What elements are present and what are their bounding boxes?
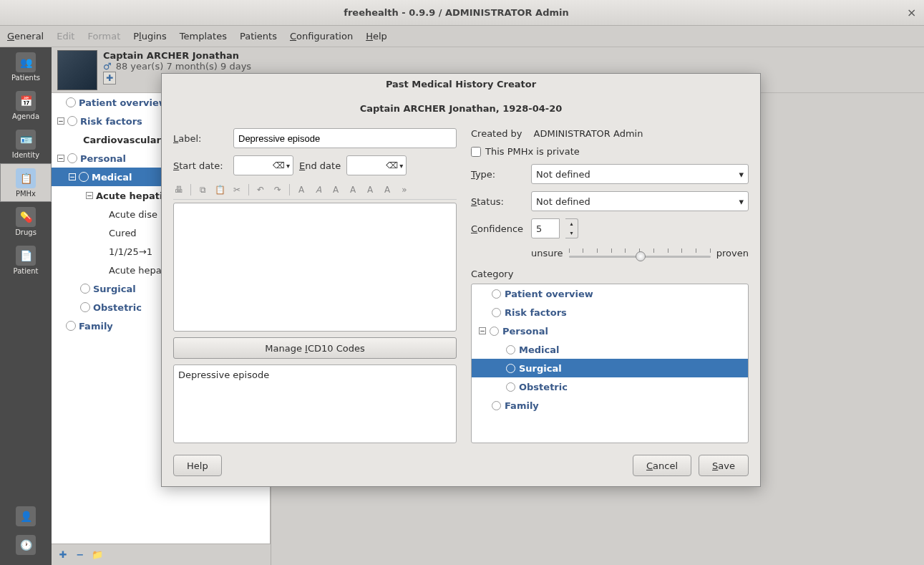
- print-icon[interactable]: 🖶: [173, 184, 185, 195]
- collapse-icon[interactable]: −: [479, 327, 486, 334]
- personal-icon: [67, 153, 77, 163]
- rail-drugs[interactable]: 💊Drugs: [0, 202, 52, 241]
- medical-icon: [79, 172, 89, 182]
- rail-agenda[interactable]: 📅Agenda: [0, 86, 52, 125]
- rail-patient[interactable]: 📄Patient: [0, 241, 52, 279]
- clock-icon: 🕐: [16, 535, 36, 555]
- clear-icon[interactable]: ⌫: [273, 160, 285, 170]
- font-color-icon[interactable]: A: [364, 184, 376, 195]
- label-input[interactable]: [233, 128, 457, 148]
- paste-icon[interactable]: 📋: [214, 184, 225, 195]
- end-date-label: End date: [299, 160, 341, 171]
- remove-icon[interactable]: −: [74, 549, 86, 561]
- confidence-slider[interactable]: [569, 246, 711, 260]
- overview-icon: [492, 289, 501, 299]
- drugs-icon: 💊: [16, 207, 36, 227]
- menu-help[interactable]: Help: [366, 31, 387, 42]
- cat-obstetric[interactable]: Obstetric: [472, 377, 748, 396]
- patients-icon: 👥: [16, 52, 36, 72]
- patient-name: Captain ARCHER Jonathan: [103, 50, 251, 61]
- type-select[interactable]: Not defined▾: [531, 164, 749, 184]
- start-date-label: Start date:: [173, 160, 228, 171]
- cat-risk[interactable]: Risk factors: [472, 303, 748, 322]
- cat-overview[interactable]: Patient overview: [472, 284, 748, 303]
- confidence-input[interactable]: 5: [531, 218, 560, 238]
- private-checkbox[interactable]: [471, 147, 481, 157]
- private-label: This PMHx is private: [485, 146, 580, 157]
- save-button[interactable]: Save: [699, 455, 749, 476]
- type-label: Type:: [471, 169, 525, 180]
- avatar: [57, 50, 97, 90]
- font-bigger-icon[interactable]: A: [330, 184, 341, 195]
- dialog-title: Past Medical History Creator: [162, 74, 760, 94]
- menu-edit: Edit: [57, 31, 74, 42]
- obstetric-icon: [506, 382, 515, 392]
- window-title: freehealth - 0.9.9 / ADMINISTRATOR Admin: [6, 7, 907, 18]
- chevron-down-icon[interactable]: ▾: [286, 162, 290, 170]
- add-button[interactable]: ✚: [103, 72, 116, 84]
- cat-personal[interactable]: −Personal: [472, 322, 748, 340]
- left-rail: 👥Patients 📅Agenda 🪪Identity 📋PMHx 💊Drugs…: [0, 47, 52, 565]
- spin-up-icon[interactable]: ▴: [565, 219, 578, 228]
- end-date-input[interactable]: ⌫▾: [346, 155, 407, 175]
- category-tree: Patient overview Risk factors −Personal …: [471, 284, 749, 443]
- personal-icon: [490, 327, 499, 336]
- clear-icon[interactable]: ⌫: [386, 160, 398, 170]
- family-icon: [66, 321, 76, 331]
- slider-unsure-label: unsure: [531, 248, 563, 259]
- spin-down-icon[interactable]: ▾: [565, 228, 578, 238]
- font-smaller-icon[interactable]: A: [347, 184, 359, 195]
- redo-icon[interactable]: ↷: [272, 184, 283, 195]
- menu-format: Format: [87, 31, 120, 42]
- help-button[interactable]: Help: [173, 455, 222, 476]
- cat-family[interactable]: Family: [472, 396, 748, 415]
- cut-icon[interactable]: ✂: [231, 184, 243, 195]
- slider-thumb[interactable]: [636, 251, 646, 261]
- tree-toolbar: ✚ − 📁: [52, 544, 271, 565]
- users-icon: 👤: [16, 506, 36, 526]
- collapse-icon[interactable]: −: [57, 117, 64, 125]
- menu-patients[interactable]: Patients: [240, 31, 277, 42]
- gender-icon: ♂: [103, 61, 112, 72]
- font-italic-icon[interactable]: A: [313, 184, 324, 195]
- chevron-down-icon[interactable]: ▾: [399, 162, 403, 170]
- created-by-value: ADMINISTRATOR Admin: [534, 128, 643, 139]
- cancel-button[interactable]: Cancel: [633, 455, 691, 476]
- add-icon[interactable]: ✚: [57, 549, 69, 561]
- menu-general[interactable]: General: [7, 31, 44, 42]
- undo-icon[interactable]: ↶: [255, 184, 266, 195]
- rail-patients[interactable]: 👥Patients: [0, 47, 52, 86]
- folder-icon[interactable]: 📁: [92, 549, 103, 561]
- menu-plugins[interactable]: Plugins: [133, 31, 167, 42]
- list-item[interactable]: Depressive episode: [178, 370, 269, 380]
- notes-textarea[interactable]: [173, 203, 457, 332]
- font-style-icon[interactable]: A: [381, 184, 393, 195]
- rail-patients-label: Patients: [11, 74, 40, 82]
- cat-surgical[interactable]: Surgical: [472, 359, 748, 377]
- rail-identity[interactable]: 🪪Identity: [0, 125, 52, 163]
- agenda-icon: 📅: [16, 91, 36, 111]
- menu-templates[interactable]: Templates: [180, 31, 227, 42]
- rail-pmhx-label: PMHx: [16, 190, 36, 198]
- copy-icon[interactable]: ⧉: [197, 184, 208, 195]
- dialog-subtitle: Captain ARCHER Jonathan, 1928-04-20: [162, 94, 760, 122]
- rail-clock[interactable]: 🕐: [0, 531, 52, 559]
- created-by-label: Created by: [471, 128, 522, 139]
- cat-medical[interactable]: Medical: [472, 340, 748, 359]
- collapse-icon[interactable]: −: [57, 155, 64, 162]
- risk-icon: [67, 116, 77, 126]
- menu-configuration[interactable]: Configuration: [290, 31, 353, 42]
- icd-listbox[interactable]: Depressive episode: [173, 364, 457, 443]
- manage-icd-button[interactable]: Manage ICD10 Codes: [173, 337, 457, 359]
- close-icon[interactable]: ×: [907, 7, 918, 19]
- collapse-icon[interactable]: −: [69, 173, 76, 180]
- patient-age: 88 year(s) 7 month(s) 9 days: [116, 61, 251, 72]
- chevron-down-icon: ▾: [739, 196, 744, 207]
- start-date-input[interactable]: ⌫▾: [233, 155, 293, 175]
- font-icon[interactable]: A: [296, 184, 307, 195]
- more-icon[interactable]: »: [399, 184, 410, 195]
- collapse-icon[interactable]: −: [86, 192, 93, 199]
- rail-pmhx[interactable]: 📋PMHx: [0, 163, 52, 202]
- rail-users[interactable]: 👤: [0, 502, 52, 531]
- status-select[interactable]: Not defined▾: [531, 191, 749, 211]
